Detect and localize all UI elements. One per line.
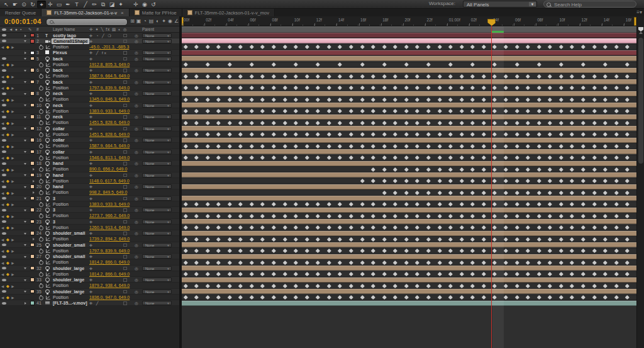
keyframe[interactable] <box>448 45 452 48</box>
layer-switches[interactable]: ✛ <box>89 39 94 43</box>
keyframe[interactable] <box>272 261 275 264</box>
keyframe[interactable] <box>283 202 287 206</box>
keyframe[interactable] <box>250 295 253 299</box>
keyframe[interactable] <box>194 121 198 125</box>
keyframe[interactable] <box>228 45 231 48</box>
keyframe[interactable] <box>416 214 419 218</box>
keyframe[interactable] <box>194 202 198 206</box>
layer-duration-bar[interactable] <box>182 254 636 259</box>
clone-stamp-tool-icon[interactable]: ⧉ <box>99 1 108 8</box>
3d-layer-checkbox[interactable] <box>123 150 127 154</box>
keyframe[interactable] <box>371 155 375 159</box>
keyframe[interactable] <box>426 74 430 78</box>
keyframe-navigator[interactable]: ◀ ◆ ▶ <box>1 144 15 149</box>
keyframe[interactable] <box>570 295 574 299</box>
keyframe[interactable] <box>559 109 563 113</box>
visibility-eye-icon[interactable] <box>2 290 6 293</box>
label-color-swatch[interactable] <box>30 91 35 96</box>
keyframe[interactable] <box>272 249 275 252</box>
keyframe[interactable] <box>272 225 275 229</box>
keyframe[interactable] <box>305 109 309 113</box>
keyframe[interactable] <box>382 179 386 182</box>
keyframe[interactable] <box>416 191 419 194</box>
keyframe[interactable] <box>537 132 541 136</box>
label-color-swatch[interactable] <box>30 278 35 282</box>
keyframe[interactable] <box>526 191 530 194</box>
keyframe[interactable] <box>371 45 375 48</box>
collapse-arrow-icon[interactable] <box>24 140 26 142</box>
keyframe[interactable] <box>416 86 419 89</box>
layer-switches[interactable]: ✛ <box>89 161 94 166</box>
layer-name[interactable]: shoulder_small <box>53 254 85 259</box>
keyframe[interactable] <box>305 202 309 206</box>
keyframe[interactable] <box>448 179 452 182</box>
layer-switches[interactable]: ✛ <box>89 103 94 108</box>
keyframe[interactable] <box>393 261 397 264</box>
keyframe[interactable] <box>393 249 397 252</box>
keyframe[interactable] <box>393 237 397 241</box>
keyframe[interactable] <box>559 214 563 218</box>
keyframe[interactable] <box>294 202 297 206</box>
keyframe[interactable] <box>482 225 486 229</box>
keyframe[interactable] <box>316 272 319 276</box>
position-property-row-23[interactable]: ◀ ◆ ▶Position1260.3, 913.4, 649.0 <box>0 225 179 230</box>
keyframe[interactable] <box>194 109 198 113</box>
label-color-swatch[interactable] <box>30 150 35 154</box>
parent-dropdown[interactable]: None▼ <box>142 289 172 294</box>
keyframe[interactable] <box>614 179 618 182</box>
position-property-row-19[interactable]: ◀ ◆ ▶Position1148.0, 617.5, 649.0 <box>0 178 179 184</box>
keyframe[interactable] <box>581 191 585 194</box>
keyframe[interactable] <box>416 249 419 252</box>
keyframe[interactable] <box>206 237 209 241</box>
keyframe[interactable] <box>238 144 242 148</box>
keyframe[interactable] <box>482 132 486 136</box>
keyframe[interactable] <box>416 179 419 182</box>
label-color-swatch[interactable] <box>30 39 35 43</box>
keyframe[interactable] <box>470 295 474 299</box>
stopwatch-icon[interactable] <box>39 133 43 137</box>
keyframe[interactable] <box>382 214 386 218</box>
position-property-row-11[interactable]: ◀ ◆ ▶Position1451.5, 828.6, 649.0 <box>0 120 179 125</box>
keyframe[interactable] <box>614 284 618 288</box>
expand-arrow-icon[interactable] <box>33 168 35 171</box>
keyframe[interactable] <box>603 109 607 113</box>
keyframe-diamond-icon[interactable]: ◆ <box>6 202 10 206</box>
keyframe[interactable] <box>294 109 297 113</box>
keyframe[interactable] <box>614 249 618 252</box>
keyframe[interactable] <box>382 191 386 194</box>
keyframe[interactable] <box>470 225 474 229</box>
keyframe[interactable] <box>559 62 563 66</box>
keyframe[interactable] <box>294 295 297 299</box>
position-property-row-35[interactable]: ◀ ◆ ▶Position1836.0, 947.0, 649.0 <box>0 295 179 300</box>
keyframe[interactable] <box>570 225 574 229</box>
keyframe[interactable] <box>360 121 364 125</box>
brainstorm-icon[interactable]: ✦ <box>161 18 167 25</box>
collapse-arrow-icon[interactable] <box>24 210 26 211</box>
position-label[interactable]: Position <box>53 143 69 148</box>
stopwatch-icon[interactable] <box>39 121 43 125</box>
keyframe[interactable] <box>614 98 618 101</box>
keyframe[interactable] <box>283 225 287 229</box>
3d-layer-checkbox[interactable] <box>123 301 127 305</box>
position-property-row-7[interactable]: ◀ ◆ ▶Position1797.9, 839.9, 649.0 <box>0 85 179 91</box>
layer-duration-bar[interactable] <box>182 33 636 38</box>
keyframe[interactable] <box>316 86 319 89</box>
stopwatch-icon[interactable] <box>39 214 43 218</box>
keyframe[interactable] <box>294 98 297 101</box>
label-color-swatch[interactable] <box>30 266 35 271</box>
label-color-swatch[interactable] <box>30 103 35 108</box>
keyframe[interactable] <box>206 62 209 66</box>
keyframe[interactable] <box>416 74 419 78</box>
keyframe[interactable] <box>470 167 474 171</box>
keyframe[interactable] <box>238 74 242 78</box>
label-color-swatch[interactable] <box>30 51 35 55</box>
keyframe[interactable] <box>603 98 607 101</box>
keyframe[interactable] <box>448 62 452 66</box>
layer-row-21[interactable]: 213✛◎None▼ <box>0 196 179 201</box>
layer-search-input[interactable] <box>46 18 128 26</box>
layer-row-32[interactable]: 32shoulder_large✛◎None▼ <box>0 266 179 271</box>
position-label[interactable]: Position <box>53 237 69 241</box>
keyframe[interactable] <box>603 284 607 288</box>
stopwatch-icon[interactable] <box>39 272 43 277</box>
keyframe[interactable] <box>592 155 596 159</box>
